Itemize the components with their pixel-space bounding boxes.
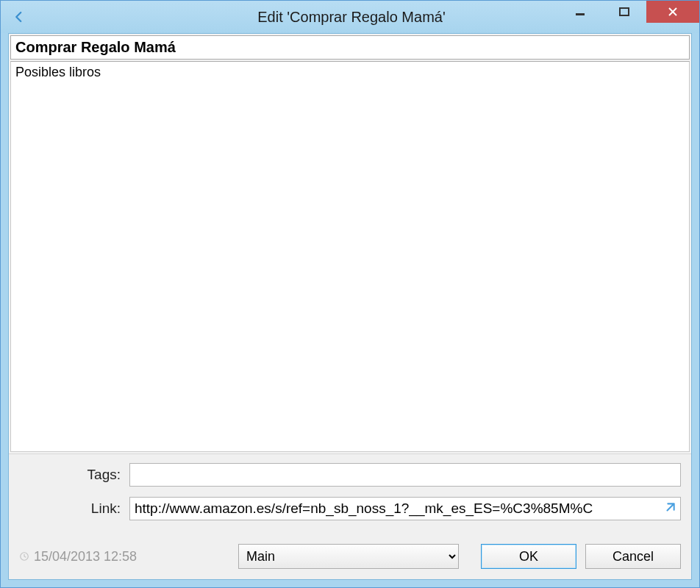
window-controls bbox=[558, 1, 699, 23]
timestamp-text: 15/04/2013 12:58 bbox=[34, 549, 137, 564]
close-button[interactable] bbox=[646, 1, 699, 23]
svg-rect-1 bbox=[620, 8, 629, 15]
tags-input[interactable] bbox=[129, 463, 681, 487]
list-select[interactable]: Main bbox=[238, 544, 459, 569]
minimize-icon bbox=[575, 7, 585, 17]
link-label: Link: bbox=[19, 501, 129, 517]
link-input-wrap bbox=[129, 497, 681, 520]
edit-task-window: Edit 'Comprar Regalo Mamá' bbox=[0, 0, 700, 588]
open-link-icon[interactable] bbox=[662, 501, 676, 516]
cancel-button[interactable]: Cancel bbox=[585, 544, 681, 569]
clock-icon bbox=[19, 551, 29, 562]
tags-input-wrap bbox=[129, 463, 681, 487]
svg-rect-0 bbox=[576, 13, 585, 15]
fields-panel: Tags: Link: bbox=[9, 453, 691, 537]
ok-button[interactable]: OK bbox=[481, 544, 576, 569]
maximize-button[interactable] bbox=[602, 1, 646, 23]
bottom-bar: 15/04/2013 12:58 Main OK Cancel bbox=[9, 537, 691, 579]
tags-row: Tags: bbox=[19, 463, 681, 487]
task-title-input[interactable] bbox=[10, 35, 690, 60]
link-row: Link: bbox=[19, 497, 681, 520]
client-area: Posibles libros Tags: Link: bbox=[8, 33, 692, 580]
timestamp: 15/04/2013 12:58 bbox=[19, 549, 238, 564]
tags-label: Tags: bbox=[19, 467, 129, 483]
link-input[interactable] bbox=[129, 497, 681, 520]
close-icon bbox=[667, 6, 679, 18]
task-notes-textarea[interactable]: Posibles libros bbox=[10, 61, 690, 452]
titlebar: Edit 'Comprar Regalo Mamá' bbox=[1, 1, 699, 33]
minimize-button[interactable] bbox=[558, 1, 602, 23]
title-field-wrap bbox=[9, 34, 691, 61]
maximize-icon bbox=[619, 7, 629, 17]
